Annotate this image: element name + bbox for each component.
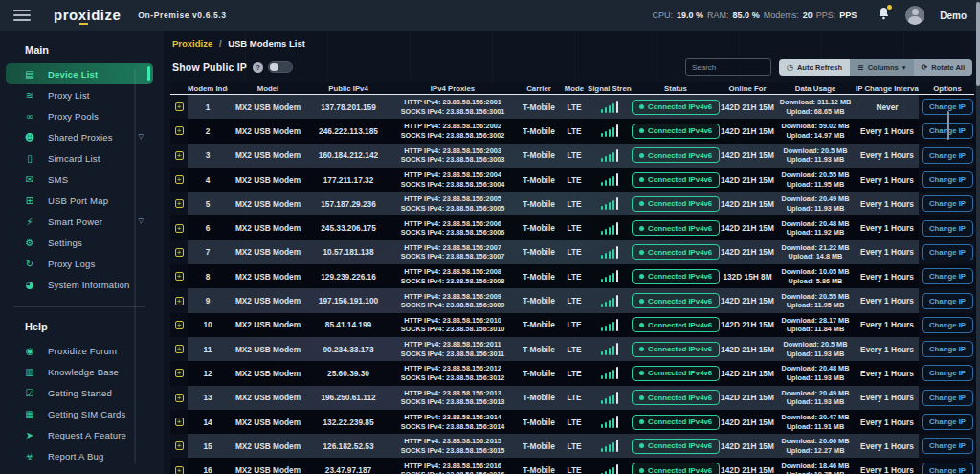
expand-row-button[interactable]: +: [175, 466, 184, 474]
sidebar-item-system-information[interactable]: ◕ System Information: [6, 274, 153, 295]
change-ip-button[interactable]: Change IP: [922, 463, 973, 474]
change-ip-button[interactable]: Change IP: [922, 268, 973, 284]
expand-row-button[interactable]: +: [175, 248, 184, 257]
change-ip-button[interactable]: Change IP: [922, 220, 973, 237]
help-circle-icon[interactable]: ?: [253, 62, 263, 73]
rotate-all-label: Rotate All: [931, 63, 965, 72]
auto-refresh-button[interactable]: ◷Auto Refresh: [779, 59, 850, 76]
sidebar-item-proxy-pools[interactable]: ∞ Proxy Pools: [6, 105, 153, 126]
sidebar-item-proxy-list[interactable]: ≋ Proxy List: [6, 84, 153, 105]
options-cell: Change IP: [919, 192, 976, 215]
download-value: Download: 20.5 MB: [784, 147, 848, 155]
expand-row-button[interactable]: +: [175, 151, 184, 160]
sidebar-item-shared-proxies[interactable]: ☻ Shared Proxies ▽: [6, 126, 153, 147]
change-ip-button[interactable]: Change IP: [922, 341, 973, 357]
sidebar-item-device-list[interactable]: ▤ Device List: [6, 63, 153, 84]
expand-row-button[interactable]: +: [175, 394, 184, 402]
status-text: Connected IPv4v6: [648, 102, 712, 111]
change-ip-button[interactable]: Change IP: [922, 195, 973, 212]
status-dot-icon: [639, 177, 644, 182]
change-ip-button[interactable]: Change IP: [922, 147, 973, 164]
sidebar-item-smart-power[interactable]: ⚡ Smart Power ▽: [6, 211, 153, 232]
expand-row-button[interactable]: +: [175, 224, 184, 233]
expand-row-button[interactable]: +: [175, 369, 184, 377]
data-usage-cell: Download: 311.12 MBUpload: 68.65 MB: [775, 98, 856, 116]
sidebar-item-getting-started[interactable]: ☑ Getting Started: [6, 382, 153, 403]
carrier-cell: T-Mobile: [517, 369, 561, 378]
socks-proxy: SOCKS IPv4: 23.88.58.156:3014: [401, 422, 505, 431]
status-badge: Connected IPv4v6: [632, 244, 720, 260]
change-ip-button[interactable]: Change IP: [922, 171, 973, 188]
upload-value: Upload: 11.93 MB: [787, 204, 844, 213]
search-input[interactable]: [685, 58, 771, 76]
sidebar-item-report-a-bug[interactable]: ☣ Report A Bug: [6, 445, 153, 466]
expand-row-button[interactable]: +: [175, 102, 184, 111]
power-plug-icon: ⚡: [23, 216, 36, 227]
expand-row-button[interactable]: +: [175, 175, 184, 184]
expand-row-button[interactable]: +: [175, 297, 184, 305]
avatar[interactable]: [905, 6, 924, 25]
caret-down-icon: ▾: [902, 63, 906, 72]
columns-button[interactable]: ≡Columns▾: [850, 59, 914, 76]
data-usage-cell: Download: 18.46 MBUpload: 10.75 MB: [775, 462, 856, 474]
sidebar-item-usb-port-map[interactable]: ⊞ USB Port Map: [6, 190, 153, 211]
breadcrumb-root-link[interactable]: Proxidize: [172, 38, 212, 49]
sidebar-item-label: Report A Bug: [48, 451, 103, 462]
stat-item: RAM:85.0 %: [707, 11, 760, 20]
expand-row-button[interactable]: +: [175, 418, 184, 426]
users-icon: ☻: [23, 132, 36, 143]
data-usage-cell: Download: 20.49 MBUpload: 11.93 MB: [775, 389, 856, 407]
table-row: + 9 MX2 USB Modem 197.156.191.100 HTTP I…: [170, 288, 974, 312]
hamburger-menu-icon[interactable]: [13, 10, 31, 21]
carrier-cell: T-Mobile: [517, 247, 561, 257]
table-scrollbar-thumb[interactable]: [947, 111, 949, 140]
upload-value: Upload: 11.91 MB: [787, 422, 844, 431]
stat-item: CPU:19.0 %: [653, 11, 704, 20]
expand-row-button[interactable]: +: [175, 321, 184, 329]
sidebar-item-simcard-list[interactable]: ▯ Simcard List: [6, 147, 153, 169]
ipv4-proxies-cell: HTTP IPv4: 23.88.58.156:2010SOCKS IPv4: …: [389, 316, 517, 334]
sidebar-item-settings[interactable]: ⚙ Settings: [6, 232, 153, 253]
status-text: Connected IPv4v6: [648, 126, 712, 135]
change-ip-button[interactable]: Change IP: [922, 365, 973, 381]
sidebar-item-knowledge-base[interactable]: ▥ Knowledge Base: [6, 361, 153, 382]
mode-cell: LTE: [561, 441, 588, 451]
public-ipv4-cell: 132.22.239.85: [308, 418, 389, 427]
status-dot-icon: [639, 201, 644, 206]
expand-row-button[interactable]: +: [175, 441, 184, 450]
notifications-bell-icon[interactable]: [878, 7, 890, 24]
rotate-all-button[interactable]: ⟳Rotate All: [914, 59, 972, 76]
expand-row-button[interactable]: +: [175, 126, 184, 135]
sidebar-item-proxidize-forum[interactable]: ◉ Proxidize Forum: [6, 340, 153, 361]
change-ip-button[interactable]: Change IP: [922, 414, 973, 430]
carrier-cell: T-Mobile: [517, 465, 561, 474]
status-badge: Connected IPv4v6: [632, 317, 720, 332]
sidebar-item-proxy-logs[interactable]: ↻ Proxy Logs: [6, 253, 153, 274]
user-name-label[interactable]: Demo: [940, 11, 967, 21]
gear-icon: ⚙: [23, 237, 36, 248]
page-scrollbar-thumb[interactable]: [976, 2, 980, 86]
sidebar-item-getting-sim-cards[interactable]: ▦ Getting SIM Cards: [6, 403, 153, 424]
show-public-ip-toggle[interactable]: [268, 61, 293, 73]
expand-row-button[interactable]: +: [175, 345, 184, 353]
data-usage-cell: Download: 20.55 MBUpload: 11.95 MB: [775, 170, 856, 189]
change-ip-button[interactable]: Change IP: [922, 438, 973, 454]
change-ip-button[interactable]: Change IP: [922, 293, 973, 309]
upload-value: Upload: 11.93 MB: [787, 155, 844, 164]
expand-cell: +: [170, 361, 188, 385]
status-badge: Connected IPv4v6: [632, 147, 720, 163]
download-value: Download: 20.49 MB: [782, 389, 850, 397]
sidebar-item-request-a-feature[interactable]: ➤ Request A Feature: [6, 424, 153, 445]
expand-row-button[interactable]: +: [175, 199, 184, 208]
change-ip-button[interactable]: Change IP: [922, 317, 973, 333]
top-bar: proxidize On-Premise v0.6.5.3 CPU:19.0 %…: [0, 0, 980, 31]
page-scrollbar[interactable]: [976, 0, 980, 474]
mode-cell: LTE: [561, 296, 588, 305]
mode-cell: LTE: [561, 345, 588, 354]
status-badge: Connected IPv4v6: [632, 342, 720, 357]
change-ip-button[interactable]: Change IP: [922, 390, 973, 406]
ip-change-interval-cell: Every 1 Hours: [856, 465, 919, 474]
sidebar-item-sms[interactable]: ✉ SMS: [6, 169, 153, 190]
expand-row-button[interactable]: +: [175, 272, 184, 281]
change-ip-button[interactable]: Change IP: [922, 244, 973, 260]
